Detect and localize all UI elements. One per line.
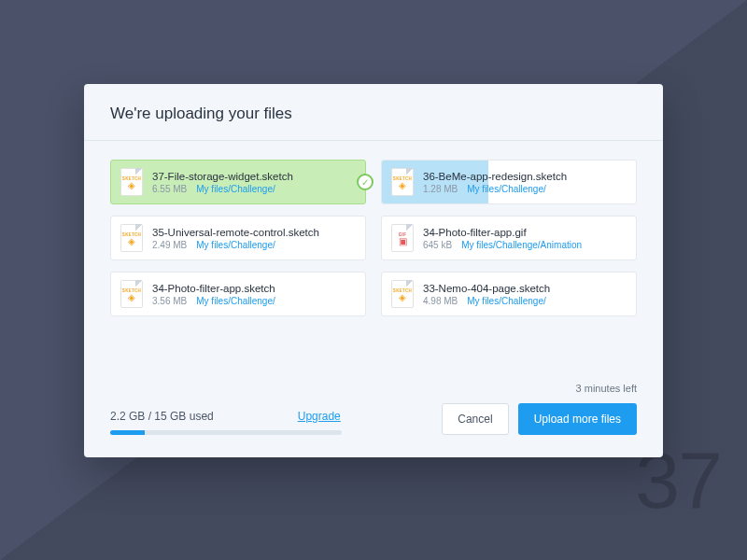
file-name: 34-Photo-filter-app.sketch — [152, 283, 275, 294]
diamond-glyph-icon: ◈ — [128, 293, 135, 302]
file-meta: 3.56 MBMy files/Challenge/ — [152, 296, 275, 306]
file-meta: 645 kBMy files/Challenge/Animation — [423, 240, 582, 250]
file-card[interactable]: GIF▣34-Photo-filter-app.gif645 kBMy file… — [381, 216, 637, 260]
file-size: 1.28 MB — [423, 184, 458, 194]
file-path[interactable]: My files/Challenge/ — [467, 184, 545, 194]
file-card[interactable]: SKETCH◈37-File-storage-widget.sketch6.55… — [110, 160, 366, 204]
file-path[interactable]: My files/Challenge/ — [196, 296, 275, 306]
action-buttons: Cancel Upload more files — [442, 403, 637, 435]
sketch-file-icon: SKETCH◈ — [120, 224, 143, 252]
file-name: 35-Universal-remote-control.sketch — [152, 227, 319, 238]
file-card[interactable]: SKETCH◈35-Universal-remote-control.sketc… — [110, 216, 366, 260]
file-path[interactable]: My files/Challenge/ — [196, 184, 275, 194]
storage-used-text: 2.2 GB / 15 GB used — [110, 410, 214, 423]
gif-file-icon: GIF▣ — [391, 224, 414, 252]
file-card[interactable]: SKETCH◈34-Photo-filter-app.sketch3.56 MB… — [110, 272, 366, 316]
time-remaining: 3 minutes left — [84, 370, 663, 394]
storage-section: 2.2 GB / 15 GB used Upgrade — [110, 410, 342, 435]
file-name: 33-Nemo-404-page.sketch — [423, 283, 550, 294]
file-card[interactable]: SKETCH◈36-BeMe-app-redesign.sketch1.28 M… — [381, 160, 637, 204]
file-name: 36-BeMe-app-redesign.sketch — [423, 171, 567, 182]
diamond-glyph-icon: ◈ — [128, 237, 135, 246]
file-size: 3.56 MB — [152, 296, 187, 306]
file-info: 36-BeMe-app-redesign.sketch1.28 MBMy fil… — [423, 171, 567, 194]
storage-bar-fill — [110, 430, 145, 435]
file-size: 6.55 MB — [152, 184, 187, 194]
file-meta: 4.98 MBMy files/Challenge/ — [423, 296, 550, 306]
diamond-glyph-icon: ◈ — [399, 181, 406, 190]
diamond-glyph-icon: ◈ — [128, 181, 135, 190]
file-meta: 1.28 MBMy files/Challenge/ — [423, 184, 567, 194]
file-info: 35-Universal-remote-control.sketch2.49 M… — [152, 227, 319, 250]
file-grid: SKETCH◈37-File-storage-widget.sketch6.55… — [110, 160, 637, 316]
storage-bar — [110, 430, 342, 435]
upload-modal: We're uploading your files SKETCH◈37-Fil… — [84, 84, 663, 457]
file-path[interactable]: My files/Challenge/Animation — [461, 240, 582, 250]
file-path[interactable]: My files/Challenge/ — [467, 296, 545, 306]
check-icon: ✓ — [357, 174, 374, 190]
file-meta: 6.55 MBMy files/Challenge/ — [152, 184, 293, 194]
file-info: 37-File-storage-widget.sketch6.55 MBMy f… — [152, 171, 293, 194]
modal-title: We're uploading your files — [110, 105, 637, 123]
upload-more-button[interactable]: Upload more files — [518, 403, 637, 435]
file-info: 33-Nemo-404-page.sketch4.98 MBMy files/C… — [423, 283, 550, 306]
file-name: 34-Photo-filter-app.gif — [423, 227, 582, 238]
image-glyph-icon: ▣ — [399, 237, 407, 246]
app-background: 37 We're uploading your files SKETCH◈37-… — [0, 0, 747, 560]
file-info: 34-Photo-filter-app.gif645 kBMy files/Ch… — [423, 227, 582, 250]
modal-footer: 2.2 GB / 15 GB used Upgrade Cancel Uploa… — [84, 394, 663, 457]
file-path[interactable]: My files/Challenge/ — [196, 240, 275, 250]
sketch-file-icon: SKETCH◈ — [120, 280, 143, 308]
file-info: 34-Photo-filter-app.sketch3.56 MBMy file… — [152, 283, 275, 306]
sketch-file-icon: SKETCH◈ — [120, 168, 143, 196]
file-size: 2.49 MB — [152, 240, 187, 250]
file-size: 645 kB — [423, 240, 452, 250]
diamond-glyph-icon: ◈ — [399, 293, 406, 302]
sketch-file-icon: SKETCH◈ — [391, 280, 414, 308]
upgrade-link[interactable]: Upgrade — [298, 410, 341, 423]
file-meta: 2.49 MBMy files/Challenge/ — [152, 240, 319, 250]
modal-header: We're uploading your files — [84, 84, 663, 141]
modal-body: SKETCH◈37-File-storage-widget.sketch6.55… — [84, 141, 663, 370]
file-name: 37-File-storage-widget.sketch — [152, 171, 293, 182]
file-size: 4.98 MB — [423, 296, 458, 306]
sketch-file-icon: SKETCH◈ — [391, 168, 414, 196]
cancel-button[interactable]: Cancel — [442, 403, 508, 435]
file-card[interactable]: SKETCH◈33-Nemo-404-page.sketch4.98 MBMy … — [381, 272, 637, 316]
